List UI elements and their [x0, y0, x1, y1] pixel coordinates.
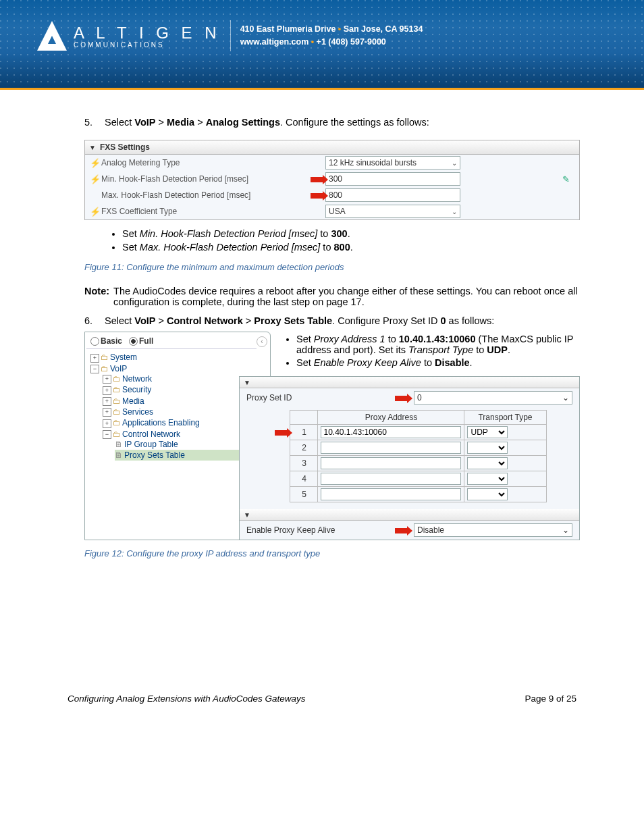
- collapse-icon[interactable]: ▼: [89, 144, 96, 151]
- enable-proxy-keep-alive-select[interactable]: Disable ⌄: [414, 523, 572, 537]
- proxy-address-input-5[interactable]: [321, 488, 461, 500]
- dot-icon: •: [311, 37, 317, 47]
- arrow-icon: [395, 528, 407, 533]
- field-label: Proxy Set ID: [246, 393, 395, 402]
- footer-title: Configuring Analog Extensions with Audio…: [68, 694, 305, 704]
- max-hookflash-input[interactable]: 800: [325, 188, 460, 202]
- figure-caption: Figure 11: Configure the minimum and max…: [84, 262, 580, 272]
- chevron-down-icon: ⌄: [452, 159, 457, 167]
- transport-type-select-2[interactable]: [467, 442, 508, 454]
- step-number: 6.: [84, 315, 105, 326]
- bolt-icon: ⚡: [89, 207, 101, 217]
- chevron-down-icon: ⌄: [562, 525, 569, 535]
- step6-text: Select VoIP > Control Network > Proxy Se…: [105, 315, 494, 326]
- dot-icon: •: [338, 24, 344, 34]
- note: Note: The AudioCodes device requires a r…: [84, 286, 580, 307]
- radio-full[interactable]: [129, 337, 138, 346]
- field-label: Enable Proxy Keep Alive: [246, 525, 395, 535]
- proxy-address-table: Proxy Address Transport Type 1 UDP 2: [272, 410, 546, 502]
- bolt-icon: ⚡: [89, 174, 101, 184]
- collapse-icon[interactable]: ▼: [244, 379, 250, 386]
- bullet-item: Set Enable Proxy Keep Alive to Disable.: [296, 357, 580, 368]
- header-phone: +1 (408) 597-9000: [317, 37, 386, 47]
- header-city: San Jose, CA 95134: [344, 24, 423, 34]
- field-label: Analog Metering Type: [101, 158, 304, 167]
- chevron-down-icon: ⌄: [452, 208, 457, 215]
- proxy-set-id-select[interactable]: 0 ⌄: [414, 391, 572, 405]
- radio-basic[interactable]: [90, 337, 99, 346]
- collapse-icon[interactable]: ‹: [257, 336, 267, 347]
- proxy-config-panel: ▼ Proxy Set ID 0 ⌄ Proxy Address Transpo…: [239, 376, 580, 540]
- brand-main: A L T I G E N: [74, 24, 221, 43]
- chevron-down-icon: ⌄: [562, 393, 569, 402]
- arrow-icon: [395, 396, 407, 401]
- col-header: Transport Type: [464, 411, 546, 425]
- bullet-item: Set Max. Hook-Flash Detection Period [ms…: [122, 242, 580, 253]
- bullet-item: Set Min. Hook-Flash Detection Period [ms…: [122, 228, 580, 239]
- proxy-address-input-1[interactable]: [321, 426, 461, 438]
- page-header: A L T I G E N COMMUNICATIONS 410 East Pl…: [0, 0, 644, 90]
- proxy-address-input-4[interactable]: [321, 473, 461, 485]
- bolt-icon: ⚡: [89, 158, 101, 168]
- col-header: Proxy Address: [318, 411, 464, 425]
- page-footer: Configuring Analog Extensions with Audio…: [0, 694, 644, 704]
- tree-item-system[interactable]: +🗀System: [90, 352, 269, 363]
- field-label: FXS Coefficient Type: [101, 207, 304, 216]
- collapse-icon[interactable]: ▼: [244, 511, 250, 519]
- proxy-address-input-3[interactable]: [321, 457, 461, 469]
- fxs-settings-panel: ▼ FXS Settings ⚡ Analog Metering Type 12…: [84, 140, 580, 220]
- transport-type-select-3[interactable]: [467, 457, 508, 469]
- transport-type-select-4[interactable]: [467, 473, 508, 485]
- transport-type-select-1[interactable]: UDP: [467, 426, 508, 438]
- min-hookflash-input[interactable]: 300: [325, 172, 460, 186]
- header-web: www.altigen.com: [240, 37, 309, 47]
- note-text: The AudioCodes device requires a reboot …: [113, 286, 580, 307]
- arrow-icon: [311, 193, 323, 199]
- field-label: Max. Hook-Flash Detection Period [msec]: [101, 190, 304, 200]
- figure-caption: Figure 12: Configure the proxy IP addres…: [84, 548, 580, 558]
- pencil-icon[interactable]: ✎: [562, 174, 570, 184]
- bullet-item: Set Proxy Address 1 to 10.40.1.43:10060 …: [296, 334, 580, 355]
- logo-icon: [37, 21, 67, 51]
- step5-text: Select VoIP > Media > Analog Settings. C…: [105, 117, 429, 128]
- arrow-icon: [311, 177, 323, 182]
- header-contact: 410 East Plumeria Drive • San Jose, CA 9…: [240, 23, 423, 49]
- header-divider: [230, 20, 231, 51]
- field-label: Min. Hook-Flash Detection Period [msec]: [101, 174, 304, 184]
- step-number: 5.: [84, 117, 105, 128]
- transport-type-select-5[interactable]: [467, 488, 508, 500]
- arrow-icon: [275, 430, 287, 436]
- header-address: 410 East Plumeria Drive: [240, 24, 336, 34]
- fxs-coeff-select[interactable]: USA ⌄: [325, 205, 460, 218]
- footer-page: Page 9 of 25: [525, 694, 576, 704]
- analog-metering-select[interactable]: 12 kHz sinusoidal bursts ⌄: [325, 156, 460, 170]
- proxy-address-input-2[interactable]: [321, 442, 461, 454]
- panel-title: FXS Settings: [100, 142, 150, 152]
- panel-header[interactable]: ▼ FXS Settings: [85, 140, 579, 155]
